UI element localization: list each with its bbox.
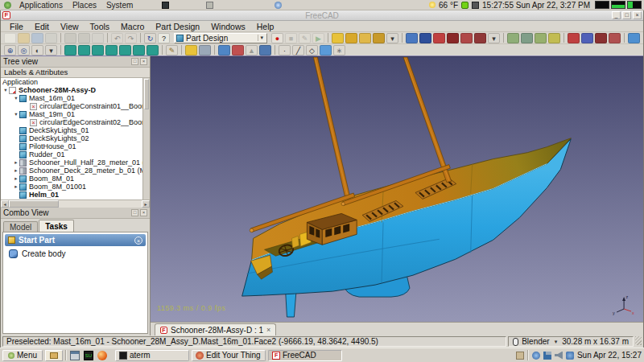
expander-icon[interactable]: ▸ bbox=[13, 158, 19, 167]
task-freecad[interactable]: FreeCAD bbox=[268, 350, 342, 361]
datum-plane[interactable] bbox=[535, 33, 547, 43]
terminal-launcher-icon[interactable] bbox=[84, 351, 93, 360]
toolbar-icon[interactable] bbox=[162, 45, 163, 55]
datum-triangle[interactable]: ▲ bbox=[246, 45, 258, 56]
sketch-caret[interactable]: ▾ bbox=[386, 33, 398, 43]
datum-cs[interactable] bbox=[548, 33, 560, 43]
view-bottom[interactable] bbox=[133, 45, 145, 56]
volume-tray-icon[interactable] bbox=[555, 352, 563, 360]
minimize-button[interactable]: _ bbox=[612, 11, 621, 19]
create-clone[interactable] bbox=[232, 45, 244, 56]
scrollbar-thumb[interactable] bbox=[9, 200, 59, 208]
draw-style[interactable]: ◐ bbox=[31, 45, 43, 56]
expander-icon[interactable]: ▸ bbox=[13, 175, 19, 183]
hole[interactable] bbox=[460, 33, 473, 43]
tree-item[interactable]: DeckSkyLights_02 bbox=[1, 134, 142, 142]
3d-viewport[interactable]: z y x 1159.3 ms / 0.9 fps bbox=[151, 56, 643, 322]
edit-sketch[interactable] bbox=[345, 33, 357, 43]
boolean-xor[interactable] bbox=[609, 33, 621, 43]
toolbar-icon[interactable] bbox=[107, 33, 108, 43]
gnome-menu-places[interactable]: Places bbox=[68, 1, 101, 10]
datum-line[interactable] bbox=[521, 33, 533, 43]
close-icon[interactable]: × bbox=[266, 326, 270, 334]
create-sketch[interactable] bbox=[332, 33, 344, 43]
reorient-sketch[interactable] bbox=[373, 33, 385, 43]
toolbar-icon[interactable] bbox=[275, 45, 275, 55]
toolbar-icon[interactable] bbox=[181, 45, 182, 55]
dock-close-button[interactable]: × bbox=[140, 58, 147, 65]
open-file[interactable] bbox=[18, 33, 30, 43]
shape-binder[interactable] bbox=[259, 45, 271, 56]
panel-clock[interactable]: 15:27:55 Sun Apr 22, 3:27 PM bbox=[482, 1, 590, 10]
terminal-applet-icon[interactable] bbox=[162, 2, 169, 9]
menu-item[interactable]: Windows bbox=[205, 22, 251, 31]
network-tray-icon[interactable] bbox=[543, 352, 551, 360]
boolean-union[interactable] bbox=[568, 33, 580, 43]
create-polygon[interactable]: ◇ bbox=[306, 45, 318, 56]
screenshot-tray-icon[interactable] bbox=[516, 352, 524, 360]
resize-grip[interactable] bbox=[635, 336, 642, 345]
tree-item[interactable]: Helm_01 bbox=[1, 191, 142, 199]
print[interactable] bbox=[45, 33, 57, 43]
menu-item[interactable]: Macro bbox=[115, 22, 150, 31]
tree-item[interactable]: Rudder_01 bbox=[1, 150, 142, 158]
macro-stop[interactable]: ■ bbox=[285, 33, 297, 43]
toolbar-icon[interactable] bbox=[503, 33, 504, 43]
workbench-selector[interactable]: Part Design ▾ bbox=[174, 33, 267, 43]
toolbar-icon[interactable] bbox=[328, 33, 328, 43]
task-aterm[interactable]: aterm bbox=[115, 350, 189, 361]
revolution[interactable] bbox=[419, 33, 431, 43]
measure[interactable]: ✎ bbox=[166, 45, 178, 56]
menu-button[interactable]: Menu bbox=[2, 350, 43, 361]
mixer-tray-icon[interactable] bbox=[566, 352, 574, 360]
toolbar-icon[interactable] bbox=[60, 33, 61, 43]
macro-play[interactable]: ▶ bbox=[312, 33, 324, 43]
monitor-applet-icon[interactable] bbox=[472, 2, 479, 9]
copy[interactable] bbox=[78, 33, 90, 43]
create-body[interactable] bbox=[218, 45, 230, 56]
loft[interactable] bbox=[474, 33, 486, 43]
toolbar-icon[interactable] bbox=[402, 33, 402, 43]
groove[interactable] bbox=[447, 33, 459, 43]
browser-applet-icon[interactable] bbox=[275, 2, 282, 9]
draw-style-caret[interactable]: ▾ bbox=[45, 45, 57, 56]
primitive-sphere[interactable] bbox=[628, 33, 640, 43]
tree-item[interactable]: ▾ Mast_19m_01 bbox=[1, 110, 142, 118]
map-sketch[interactable] bbox=[359, 33, 371, 43]
expander-icon[interactable]: ▾ bbox=[13, 94, 19, 102]
tab-model[interactable]: Model bbox=[3, 221, 38, 232]
distro-logo-icon[interactable] bbox=[4, 2, 11, 9]
tree-item[interactable]: ▸ Boom_8M_01001 bbox=[1, 183, 142, 191]
expander-icon[interactable]: ▸ bbox=[13, 183, 19, 191]
expander-icon[interactable]: ▾ bbox=[2, 86, 9, 94]
cockpit-bulkhead[interactable] bbox=[291, 236, 299, 248]
tree-item[interactable]: ▸ Schooner_Hull_Half_28_meter_01 (Mirr bbox=[1, 158, 142, 167]
tree-item[interactable]: circularEdgeConstraint01__Boom_8M bbox=[1, 102, 142, 110]
expander-icon[interactable]: ▸ bbox=[13, 167, 19, 175]
new-file[interactable] bbox=[4, 33, 16, 43]
menu-item[interactable]: View bbox=[55, 22, 85, 31]
macro-edit[interactable]: ✎ bbox=[299, 33, 311, 43]
printer-applet-icon[interactable] bbox=[206, 2, 213, 9]
task-browser[interactable]: Edit Your Thing - Thin... bbox=[192, 350, 266, 361]
update-tray-icon[interactable] bbox=[532, 352, 540, 360]
chat-applet-icon[interactable] bbox=[461, 2, 469, 9]
tree-item[interactable]: DeckSkyLights_01 bbox=[1, 126, 142, 134]
boolean-cut[interactable] bbox=[581, 33, 593, 43]
create-line[interactable]: ╱ bbox=[292, 45, 304, 56]
menu-item[interactable]: File bbox=[4, 22, 29, 31]
expander-icon[interactable]: ▾ bbox=[13, 110, 19, 118]
tree-horizontal-scrollbar[interactable]: ◂ ▸ bbox=[1, 200, 150, 208]
view-top[interactable] bbox=[92, 45, 104, 56]
save-file[interactable] bbox=[31, 33, 43, 43]
refine-shape[interactable]: ∗ bbox=[333, 45, 345, 56]
tree-item[interactable]: PilotHouse_01 bbox=[1, 142, 142, 150]
view-front[interactable] bbox=[78, 45, 90, 56]
weather-temp[interactable]: 66 °F bbox=[439, 1, 458, 10]
view-left[interactable] bbox=[147, 45, 159, 56]
start-part-header[interactable]: Start Part × bbox=[5, 234, 146, 246]
view-right[interactable] bbox=[105, 45, 118, 56]
schooner-model[interactable] bbox=[242, 57, 572, 317]
menu-item[interactable]: Part Design bbox=[150, 22, 205, 31]
tab-tasks[interactable]: Tasks bbox=[39, 220, 74, 232]
